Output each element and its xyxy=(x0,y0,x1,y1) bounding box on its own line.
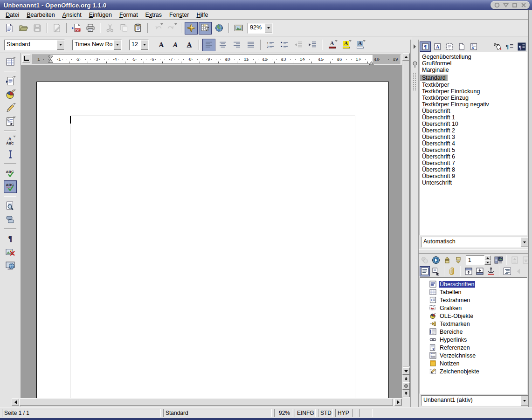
zoom-combobox-dropdown-button[interactable] xyxy=(265,23,272,33)
style-item[interactable]: Überschrift 3 xyxy=(420,134,527,140)
navigation-button[interactable] xyxy=(431,255,441,265)
autotext-button[interactable]: AABC xyxy=(4,134,17,147)
insert-object-button[interactable] xyxy=(4,88,17,101)
style-item[interactable]: Überschrift 7 xyxy=(420,160,527,166)
selection-mode-status[interactable]: STD xyxy=(318,409,333,417)
navigator-category-berschriften[interactable]: Überschriften xyxy=(420,280,527,288)
page-number-value[interactable]: 1 xyxy=(466,255,484,265)
document-workspace[interactable] xyxy=(21,65,402,398)
frame-styles-button[interactable] xyxy=(444,41,455,52)
style-item[interactable]: Überschrift 10 xyxy=(420,121,527,127)
navigator-document-combobox[interactable]: Unbenannt1 (aktiv) xyxy=(421,395,529,406)
copy-button[interactable] xyxy=(117,22,131,34)
navigator-category-referenzen[interactable]: Referenzen xyxy=(420,344,527,351)
paragraph-style-combobox-dropdown-button[interactable] xyxy=(57,40,64,50)
navigator-category-oleobjekte[interactable]: OLE-Objekte xyxy=(420,312,527,320)
maximize-button[interactable] xyxy=(511,2,518,9)
navigator-content-tree[interactable]: ÜberschriftenTabellenTTextrahmenGrafiken… xyxy=(420,277,527,394)
style-item[interactable]: Überschrift 1 xyxy=(420,114,527,121)
menu-format[interactable]: Format xyxy=(116,11,142,19)
align-left-button[interactable] xyxy=(202,39,215,51)
font-color-button[interactable]: A xyxy=(325,39,339,51)
style-item[interactable]: Überschrift 9 xyxy=(420,173,527,179)
insert-button[interactable] xyxy=(4,55,17,68)
horizontal-scrollbar-thumb[interactable] xyxy=(20,399,393,406)
minimize-button[interactable] xyxy=(493,2,500,9)
page-number-increment-button[interactable] xyxy=(484,255,491,260)
navigator-category-textmarken[interactable]: Textmarken xyxy=(420,320,527,328)
menu-datei[interactable]: Datei xyxy=(2,11,23,19)
open-document-button[interactable] xyxy=(17,22,30,34)
header-on-off-button[interactable] xyxy=(463,266,474,276)
style-item[interactable]: Standard xyxy=(420,75,448,81)
splitter-pin-icon[interactable] xyxy=(412,61,418,70)
new-document-button[interactable] xyxy=(3,22,16,34)
italic-button[interactable]: A xyxy=(169,39,182,51)
navigation-dot-button[interactable] xyxy=(402,382,410,390)
navigator-category-verzeichnisse[interactable]: Verzeichnisse xyxy=(420,351,527,359)
insert-fields-button[interactable] xyxy=(4,75,17,87)
draw-functions-button[interactable] xyxy=(4,102,17,114)
increase-indent-button[interactable] xyxy=(306,39,319,51)
navigator-category-tabellen[interactable]: Tabellen xyxy=(420,288,527,296)
navigator-document-dropdown-button[interactable] xyxy=(521,396,528,406)
menu-ansicht[interactable]: Ansicht xyxy=(59,11,85,19)
close-button[interactable] xyxy=(520,2,527,9)
previous-object-button[interactable] xyxy=(442,255,452,265)
menu-einfgen[interactable]: Einfügen xyxy=(85,11,116,19)
zoom-status[interactable]: 92% xyxy=(274,409,292,417)
navigator-category-grafiken[interactable]: Grafiken xyxy=(420,304,527,312)
toggle-button[interactable] xyxy=(420,255,430,265)
style-item[interactable]: Überschrift 8 xyxy=(420,166,527,173)
decrease-indent-button[interactable] xyxy=(292,39,305,51)
horizontal-ruler[interactable]: 112345678910111213141516171819 xyxy=(21,53,402,65)
style-item[interactable]: Textkörper Einrückung xyxy=(420,88,527,95)
paragraph-style-combobox[interactable]: Standard xyxy=(4,40,65,50)
next-object-button[interactable] xyxy=(453,255,463,265)
page-status[interactable]: Seite 1 / 1 xyxy=(2,409,161,417)
gallery-button[interactable] xyxy=(232,22,245,34)
style-item[interactable]: Textkörper Einzug negativ xyxy=(420,101,527,108)
stylist-filter-combobox[interactable]: Automatisch xyxy=(421,237,529,248)
style-item[interactable]: Überschrift 5 xyxy=(420,147,527,153)
redo-button[interactable] xyxy=(165,22,178,34)
direct-cursor-button[interactable] xyxy=(4,148,17,160)
save-document-button[interactable] xyxy=(31,22,44,34)
underline-button[interactable]: A xyxy=(183,39,196,51)
style-item[interactable]: Gegenüberstellung xyxy=(420,54,527,60)
content-view-button[interactable] xyxy=(431,266,441,276)
bold-button[interactable]: A xyxy=(155,39,168,51)
next-page-button[interactable] xyxy=(402,390,410,397)
character-styles-button[interactable]: A xyxy=(432,41,443,52)
anchor-text-button[interactable] xyxy=(486,266,496,276)
nonprinting-characters-button[interactable]: ¶ xyxy=(4,232,17,245)
scroll-down-button[interactable] xyxy=(402,367,410,375)
graphics-on-off-button[interactable] xyxy=(4,246,17,258)
zoom-combobox[interactable]: 92% xyxy=(248,23,273,34)
page-styles-button[interactable] xyxy=(456,41,467,52)
style-item[interactable]: Grußformel xyxy=(420,60,527,67)
scroll-left-button[interactable] xyxy=(12,399,19,406)
align-justify-button[interactable] xyxy=(244,39,257,51)
menu-extras[interactable]: Extras xyxy=(142,11,166,19)
shade-button[interactable] xyxy=(502,2,509,9)
cut-button[interactable] xyxy=(104,22,117,34)
navigator-category-bereiche[interactable]: Bereiche xyxy=(420,328,527,336)
font-size-combobox[interactable]: 12 xyxy=(129,40,149,50)
menu-hilfe[interactable]: Hilfe xyxy=(193,11,212,19)
set-reminder-button[interactable] xyxy=(447,266,457,276)
vertical-scrollbar[interactable] xyxy=(402,53,410,398)
list-box-on-off-button[interactable] xyxy=(420,266,430,276)
new-style-from-selection-button[interactable]: ¶ xyxy=(504,41,515,52)
highlighting-button[interactable]: A xyxy=(339,39,352,51)
document-page[interactable] xyxy=(36,82,389,398)
font-name-combobox[interactable]: Times New Ro xyxy=(72,40,122,50)
style-item[interactable]: Überschrift xyxy=(420,108,527,114)
style-item[interactable]: Textkörper Einzug xyxy=(420,95,527,101)
print-file-button[interactable] xyxy=(84,22,97,34)
fill-format-mode-button[interactable] xyxy=(492,41,503,52)
title-bar[interactable]: Unbenannt1 - OpenOffice.org 1.1.0 xyxy=(0,0,532,11)
bullet-list-button[interactable] xyxy=(278,39,291,51)
style-item[interactable]: Textkörper xyxy=(420,82,527,88)
menu-fenster[interactable]: Fenster xyxy=(166,11,193,19)
